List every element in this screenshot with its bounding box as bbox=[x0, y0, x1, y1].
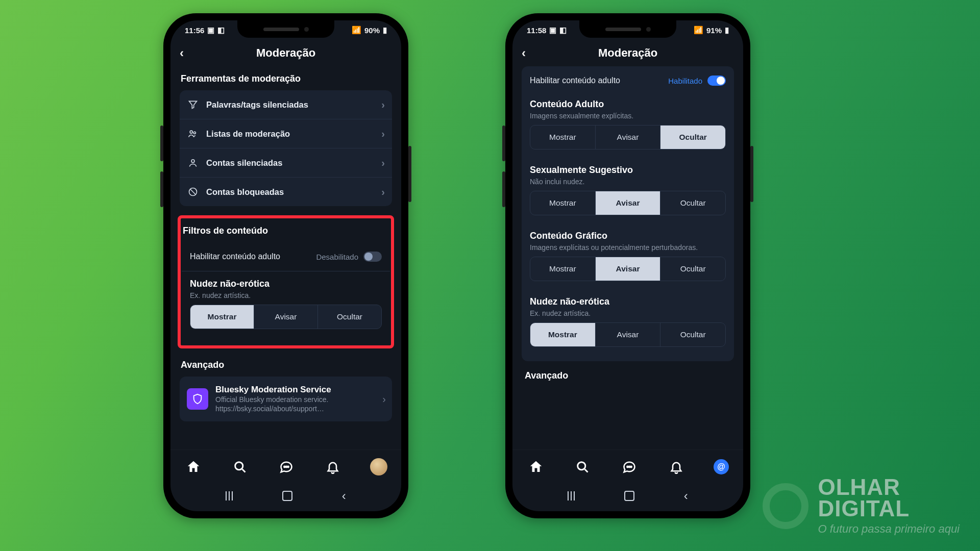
people-icon bbox=[188, 129, 200, 139]
seg-option-warn[interactable]: Avisar bbox=[595, 323, 660, 346]
logo-icon bbox=[763, 483, 808, 529]
svg-point-8 bbox=[578, 462, 585, 470]
chevron-right-icon: › bbox=[381, 186, 385, 198]
nav-mentions[interactable]: @ bbox=[714, 459, 729, 474]
toggle-label: Habilitar conteúdo adulto bbox=[190, 252, 280, 261]
page-title: Moderação bbox=[598, 46, 657, 60]
advanced-section-title: Avançado bbox=[523, 370, 733, 381]
nav-chat[interactable] bbox=[277, 458, 296, 476]
segmented-control: Mostrar Avisar Ocultar bbox=[190, 305, 382, 329]
svg-point-5 bbox=[284, 466, 285, 467]
adult-content-toggle-row: Habilitar conteúdo adulto Desabilitado bbox=[182, 242, 390, 271]
back-button[interactable]: ‹ bbox=[522, 46, 526, 60]
svg-point-0 bbox=[190, 131, 192, 133]
nav-search[interactable] bbox=[231, 458, 249, 476]
filter-block-suggestive: Sexualmente Sugestivo Não inclui nudez. … bbox=[522, 161, 734, 215]
watermark: OLHARDIGITAL O futuro passa primeiro aqu… bbox=[763, 477, 960, 536]
advanced-section-title: Avançado bbox=[181, 360, 391, 370]
seg-option-warn[interactable]: Avisar bbox=[595, 126, 660, 149]
shield-icon bbox=[187, 388, 208, 410]
back-nav-button[interactable]: ‹ bbox=[342, 489, 346, 503]
recent-apps-button[interactable] bbox=[226, 491, 233, 500]
segmented-control: Mostrar Avisar Ocultar bbox=[530, 191, 726, 215]
seg-option-hide[interactable]: Ocultar bbox=[660, 257, 725, 281]
adult-content-toggle-row: Habilitar conteúdo adulto Habilitado bbox=[522, 66, 734, 95]
seg-option-show[interactable]: Mostrar bbox=[530, 323, 595, 346]
seg-option-show[interactable]: Mostrar bbox=[530, 191, 595, 215]
content-scroll[interactable]: Ferramentas de moderação Palavras/tags s… bbox=[170, 66, 401, 450]
filter-title: Nudez não-erótica bbox=[530, 296, 726, 307]
list-item-label: Contas bloqueadas bbox=[206, 187, 284, 197]
filter-title: Conteúdo Gráfico bbox=[530, 231, 726, 241]
watermark-tagline: O futuro passa primeiro aqui bbox=[818, 522, 960, 536]
filter-desc: Imagens explícitas ou potencialmente per… bbox=[530, 243, 726, 252]
recent-apps-button[interactable] bbox=[568, 491, 575, 500]
muted-words-item[interactable]: Palavras/tags silenciadas › bbox=[180, 90, 392, 119]
seg-option-hide[interactable]: Ocultar bbox=[317, 305, 381, 329]
tools-section-title: Ferramentas de moderação bbox=[181, 73, 391, 84]
svg-point-10 bbox=[629, 466, 630, 467]
svg-point-9 bbox=[627, 466, 628, 467]
blocked-accounts-item[interactable]: Contas bloqueadas › bbox=[180, 177, 392, 206]
back-nav-button[interactable]: ‹ bbox=[684, 489, 688, 503]
chevron-right-icon: › bbox=[381, 157, 385, 169]
filter-desc: Imagens sexualmente explícitas. bbox=[530, 112, 726, 120]
seg-option-warn[interactable]: Avisar bbox=[254, 305, 317, 329]
status-battery: 91% bbox=[706, 26, 722, 35]
segmented-control: Mostrar Avisar Ocultar bbox=[530, 125, 726, 149]
seg-option-show[interactable]: Mostrar bbox=[530, 257, 595, 281]
nav-home[interactable] bbox=[184, 458, 203, 476]
adult-content-switch[interactable] bbox=[707, 76, 726, 86]
muted-accounts-item[interactable]: Contas silenciadas › bbox=[180, 148, 392, 177]
seg-option-warn[interactable]: Avisar bbox=[595, 191, 660, 215]
svg-point-1 bbox=[193, 132, 195, 134]
list-item-label: Palavras/tags silenciadas bbox=[206, 100, 308, 110]
filter-block-nudity: Nudez não-erótica Ex. nudez artística. M… bbox=[182, 271, 390, 329]
nav-search[interactable] bbox=[573, 458, 592, 476]
filters-card: Habilitar conteúdo adulto Desabilitado N… bbox=[182, 242, 390, 340]
highlight-annotation: Filtros de conteúdo Habilitar conteúdo a… bbox=[178, 215, 394, 348]
home-button[interactable] bbox=[282, 491, 292, 501]
chevron-right-icon: › bbox=[381, 99, 385, 111]
screenshot-icon: ▣ bbox=[207, 26, 214, 35]
android-nav-bar: ‹ bbox=[512, 487, 743, 505]
nav-chat[interactable] bbox=[620, 458, 639, 476]
moderation-lists-item[interactable]: Listas de moderação › bbox=[180, 119, 392, 148]
svg-point-4 bbox=[235, 462, 243, 470]
seg-option-hide[interactable]: Ocultar bbox=[660, 126, 725, 149]
content-scroll[interactable]: Habilitar conteúdo adulto Habilitado Con… bbox=[512, 66, 743, 450]
status-battery: 90% bbox=[364, 26, 380, 35]
bottom-nav: @ bbox=[512, 449, 743, 484]
service-desc: Official Bluesky moderation service. htt… bbox=[215, 395, 385, 413]
toggle-state-label: Habilitado bbox=[668, 77, 702, 85]
signal-icon: 📶 bbox=[694, 26, 703, 35]
seg-option-show[interactable]: Mostrar bbox=[530, 126, 595, 149]
back-button[interactable]: ‹ bbox=[180, 46, 184, 60]
filter-block-adult: Conteúdo Adulto Imagens sexualmente expl… bbox=[522, 95, 734, 149]
seg-option-hide[interactable]: Ocultar bbox=[660, 191, 725, 215]
moderation-service-item[interactable]: Bluesky Moderation Service Official Blue… bbox=[180, 377, 392, 421]
status-time: 11:58 bbox=[527, 26, 546, 35]
phone-frame-right: 11:58 ▣ ◧ 📶 91% ▮ ‹ Moderação Habilitar … bbox=[505, 13, 750, 518]
list-item-label: Contas silenciadas bbox=[206, 158, 282, 168]
app-header: ‹ Moderação bbox=[170, 40, 401, 66]
watermark-brand: OLHARDIGITAL bbox=[818, 477, 960, 519]
segmented-control: Mostrar Avisar Ocultar bbox=[530, 257, 726, 281]
filter-title: Nudez não-erótica bbox=[190, 279, 382, 289]
notification-icon: ◧ bbox=[217, 26, 225, 35]
adult-content-switch[interactable] bbox=[363, 252, 382, 262]
nav-home[interactable] bbox=[527, 458, 545, 476]
battery-icon: ▮ bbox=[725, 26, 729, 35]
nav-notifications[interactable] bbox=[324, 458, 342, 476]
nav-profile-avatar[interactable] bbox=[370, 458, 387, 475]
filter-desc: Ex. nudez artística. bbox=[530, 309, 726, 317]
filter-desc: Ex. nudez artística. bbox=[190, 291, 382, 299]
seg-option-show[interactable]: Mostrar bbox=[190, 305, 254, 329]
phone-frame-left: 11:56 ▣ ◧ 📶 90% ▮ ‹ Moderação Ferramenta… bbox=[163, 13, 408, 518]
seg-option-hide[interactable]: Ocultar bbox=[660, 323, 725, 346]
home-button[interactable] bbox=[624, 491, 634, 501]
seg-option-warn[interactable]: Avisar bbox=[595, 257, 660, 281]
svg-point-2 bbox=[191, 160, 194, 163]
screenshot-icon: ▣ bbox=[549, 26, 556, 35]
nav-notifications[interactable] bbox=[667, 458, 685, 476]
